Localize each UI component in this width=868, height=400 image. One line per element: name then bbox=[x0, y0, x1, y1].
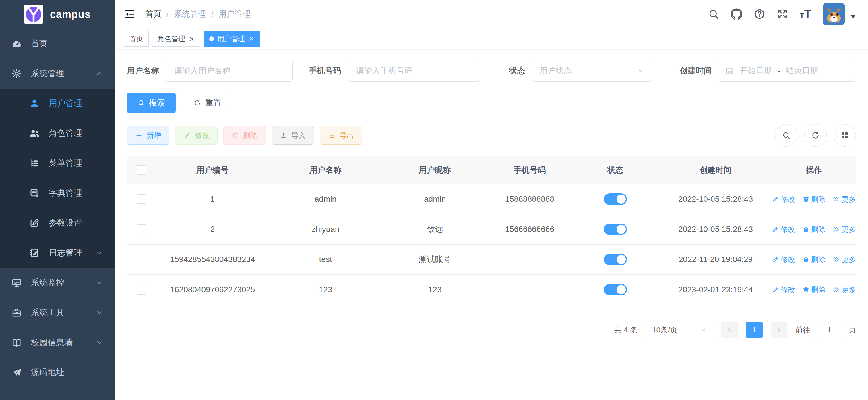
pencil-icon bbox=[772, 286, 779, 293]
row-delete-button[interactable]: 删除 bbox=[803, 225, 826, 234]
row-checkbox[interactable] bbox=[136, 194, 146, 204]
search-icon bbox=[137, 99, 145, 107]
row-more-button[interactable]: 更多 bbox=[833, 225, 856, 234]
select-all-checkbox[interactable] bbox=[136, 165, 146, 175]
delete-button[interactable]: 删除 bbox=[223, 126, 266, 145]
phone-label: 手机号码 bbox=[309, 65, 341, 76]
double-arrow-icon bbox=[833, 226, 840, 233]
phone-input[interactable] bbox=[348, 60, 480, 82]
refresh-table-button[interactable] bbox=[804, 124, 827, 147]
sidebar-item-campus-wall[interactable]: 校园信息墙 bbox=[0, 327, 115, 358]
close-icon[interactable] bbox=[189, 36, 195, 42]
breadcrumb-home[interactable]: 首页 bbox=[145, 9, 161, 20]
sidebar-item-system-mgmt[interactable]: 系统管理 bbox=[0, 59, 115, 88]
tab-user-mgmt[interactable]: 用户管理 bbox=[204, 31, 260, 47]
sidebar-item-log-mgmt[interactable]: 日志管理 bbox=[0, 238, 115, 268]
sidebar-item-system-monitor[interactable]: 系统监控 bbox=[0, 268, 115, 298]
status-toggle[interactable] bbox=[604, 254, 627, 265]
pencil-icon bbox=[772, 226, 779, 233]
row-more-button[interactable]: 更多 bbox=[833, 195, 856, 204]
trash-icon bbox=[231, 132, 239, 139]
add-button[interactable]: 新增 bbox=[127, 126, 169, 145]
font-size-icon[interactable]: TT bbox=[800, 8, 811, 20]
sidebar-item-home[interactable]: 首页 bbox=[0, 29, 115, 59]
arrow-left-icon bbox=[726, 326, 733, 333]
sidebar-item-source-code[interactable]: 源码地址 bbox=[0, 358, 115, 388]
sidebar-item-param-settings[interactable]: 参数设置 bbox=[0, 208, 115, 238]
status-toggle[interactable] bbox=[604, 284, 627, 295]
breadcrumb-separator: / bbox=[211, 9, 214, 19]
chevron-up-icon bbox=[95, 69, 103, 78]
row-edit-button[interactable]: 修改 bbox=[772, 285, 795, 294]
cell-user-id: 1594285543804383234 bbox=[156, 245, 269, 275]
close-icon[interactable] bbox=[248, 36, 255, 42]
end-date-placeholder[interactable]: 结束日期 bbox=[786, 65, 818, 76]
reset-button[interactable]: 重置 bbox=[183, 92, 232, 113]
plus-icon bbox=[135, 132, 143, 139]
sidebar-item-role-mgmt[interactable]: 角色管理 bbox=[0, 118, 115, 148]
sidebar-item-system-tools[interactable]: 系统工具 bbox=[0, 298, 115, 327]
row-edit-button[interactable]: 修改 bbox=[772, 195, 795, 204]
col-status: 状态 bbox=[571, 156, 659, 184]
tab-role-mgmt[interactable]: 角色管理 bbox=[152, 31, 200, 47]
tab-home[interactable]: 首页 bbox=[124, 31, 149, 47]
active-tab-dot bbox=[209, 36, 214, 41]
chevron-down-icon bbox=[637, 67, 644, 75]
row-edit-button[interactable]: 修改 bbox=[772, 255, 795, 264]
status-label: 状态 bbox=[509, 65, 525, 76]
column-settings-button[interactable] bbox=[834, 124, 856, 147]
row-checkbox[interactable] bbox=[136, 224, 146, 234]
trash-icon bbox=[803, 256, 809, 263]
start-date-placeholder[interactable]: 开始日期 bbox=[740, 65, 772, 76]
page-number-1[interactable]: 1 bbox=[746, 321, 763, 338]
goto-page: 前往 页 bbox=[795, 321, 856, 339]
goto-page-input[interactable] bbox=[815, 321, 844, 339]
status-toggle[interactable] bbox=[604, 193, 627, 205]
help-icon[interactable] bbox=[754, 8, 765, 20]
page-content: 用户名称 手机号码 状态 用户状态 创建时间 开始日期 - 结束日期 bbox=[115, 50, 868, 400]
caret-down-icon bbox=[850, 15, 856, 18]
user-avatar-menu[interactable] bbox=[823, 3, 856, 25]
sidebar-item-dict-mgmt[interactable]: 字典管理 bbox=[0, 178, 115, 208]
status-select[interactable]: 用户状态 bbox=[532, 60, 652, 82]
import-button[interactable]: 导入 bbox=[272, 126, 314, 145]
fullscreen-icon[interactable] bbox=[777, 8, 788, 20]
row-edit-button[interactable]: 修改 bbox=[772, 225, 795, 234]
export-button[interactable]: 导出 bbox=[320, 126, 362, 145]
date-range-separator: - bbox=[778, 66, 780, 75]
system-mgmt-submenu: 用户管理 角色管理 菜单管理 字典管理 参数设置 bbox=[0, 88, 115, 268]
row-delete-button[interactable]: 删除 bbox=[803, 255, 826, 264]
header-search-icon[interactable] bbox=[708, 8, 719, 20]
sidebar-fold-icon[interactable] bbox=[124, 8, 135, 20]
prev-page-button[interactable] bbox=[721, 321, 738, 338]
grid-icon bbox=[840, 131, 849, 140]
sidebar-item-user-mgmt[interactable]: 用户管理 bbox=[0, 88, 115, 118]
logo-title: campus bbox=[50, 8, 91, 20]
row-delete-button[interactable]: 删除 bbox=[803, 285, 826, 294]
double-arrow-icon bbox=[833, 256, 840, 263]
sidebar-menu: 首页 系统管理 用户管理 角色管理 菜单管理 bbox=[0, 29, 115, 400]
download-icon bbox=[328, 132, 336, 139]
breadcrumb-system-mgmt[interactable]: 系统管理 bbox=[174, 9, 206, 20]
edit-button[interactable]: 修改 bbox=[175, 126, 218, 145]
username-input[interactable] bbox=[166, 60, 293, 82]
next-page-button[interactable] bbox=[771, 321, 787, 338]
trash-icon bbox=[803, 226, 809, 233]
search-button[interactable]: 搜索 bbox=[127, 92, 176, 113]
upload-icon bbox=[280, 132, 287, 139]
cell-phone bbox=[488, 245, 571, 275]
date-range-picker[interactable]: 开始日期 - 结束日期 bbox=[719, 60, 856, 82]
page-size-select[interactable]: 10条/页 bbox=[646, 321, 713, 339]
row-checkbox[interactable] bbox=[136, 255, 146, 264]
app-logo[interactable]: campus bbox=[0, 0, 115, 29]
row-checkbox[interactable] bbox=[136, 285, 146, 294]
status-toggle[interactable] bbox=[604, 224, 627, 235]
cell-user-id: 1 bbox=[156, 184, 269, 215]
row-more-button[interactable]: 更多 bbox=[833, 255, 856, 264]
row-delete-button[interactable]: 删除 bbox=[803, 195, 826, 204]
toggle-search-button[interactable] bbox=[775, 124, 797, 147]
row-more-button[interactable]: 更多 bbox=[833, 285, 856, 294]
avatar bbox=[823, 3, 845, 25]
sidebar-item-menu-mgmt[interactable]: 菜单管理 bbox=[0, 148, 115, 178]
github-icon[interactable] bbox=[731, 8, 742, 20]
